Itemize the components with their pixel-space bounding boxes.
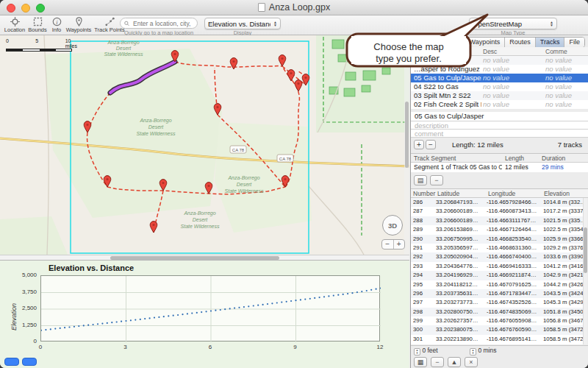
panel-tab[interactable]: File bbox=[564, 38, 584, 47]
track-comment-field[interactable]: comment bbox=[411, 130, 588, 138]
point-latitude: 33.202800750… bbox=[436, 308, 486, 316]
footer-icon-button[interactable]: × bbox=[465, 357, 478, 367]
point-longitude: -116.4668631360… bbox=[487, 244, 542, 252]
point-number: 287 bbox=[413, 207, 435, 216]
y-tick-label: 3,750 bbox=[22, 289, 37, 295]
track-comment: no value bbox=[545, 82, 588, 91]
zoom-in-button[interactable]: + bbox=[394, 240, 405, 249]
footer-icon-button[interactable]: − bbox=[431, 357, 444, 367]
point-row[interactable]: 298 33.202800750… -116.4674835069… 1051.… bbox=[411, 308, 583, 316]
point-row[interactable]: 289 33.206153869… -116.4667126464… 1022.… bbox=[411, 225, 583, 234]
chart-y-ticks: 5,0003,7502,5001,2500 bbox=[4, 272, 37, 344]
point-number: 299 bbox=[413, 316, 435, 325]
wilderness-label: State Wilderness bbox=[181, 224, 220, 229]
segment-column-header[interactable]: Track Segment bbox=[414, 155, 456, 162]
track-row[interactable]: 04 S22 to Gas no value no value bbox=[411, 82, 588, 91]
point-row[interactable]: 291 33.205356597… -116.4668631360… 1029.… bbox=[411, 244, 583, 252]
elevation-chart-plot-area[interactable] bbox=[40, 275, 380, 342]
point-row[interactable]: 286 33.206847193… -116.4657928466… 1014.… bbox=[411, 198, 583, 207]
bounds-button[interactable]: Bounds bbox=[26, 16, 49, 33]
point-row[interactable]: 287 33.206600189… -116.4660873413… 1017.… bbox=[411, 207, 583, 216]
elevation-chart-panel: Elevation vs. Distance Elevation 5,0003,… bbox=[0, 260, 409, 368]
point-latitude: 33.202380075… bbox=[436, 325, 486, 334]
segment-toolbar-button[interactable]: ▤ bbox=[414, 175, 427, 185]
feet-stepper[interactable]: ▲▼ bbox=[414, 348, 420, 355]
point-row[interactable]: 300 33.202380075… -116.4676760590… 1058.… bbox=[411, 325, 583, 334]
track-comment: no value bbox=[545, 65, 588, 74]
point-longitude: -116.4670791625… bbox=[487, 280, 542, 289]
point-row[interactable]: 295 33.204118212… -116.4670791625… 1044.… bbox=[411, 280, 583, 289]
chart-gridlines bbox=[41, 276, 381, 342]
points-footer-toolbar: ▦−▲× bbox=[414, 357, 478, 367]
point-elevation: 1017.2 m (3337… bbox=[543, 207, 583, 216]
bottom-left-button-1[interactable] bbox=[4, 358, 19, 366]
panel-tab[interactable]: Routes bbox=[505, 38, 536, 47]
mins-stepper[interactable]: ▲▼ bbox=[470, 348, 476, 355]
track-desc: no value bbox=[483, 82, 543, 91]
location-button[interactable]: Location bbox=[3, 16, 26, 33]
bottom-left-button-2[interactable] bbox=[22, 358, 37, 366]
point-elevation: 1029.2 m (3376… bbox=[543, 244, 583, 252]
popup-arrows-icon: ▲▼ bbox=[550, 21, 553, 26]
add-track-button[interactable]: + bbox=[414, 140, 424, 149]
search-input[interactable] bbox=[132, 19, 193, 28]
number-column-header[interactable]: Number bbox=[413, 190, 435, 197]
point-longitude: -116.4669211874… bbox=[487, 271, 542, 280]
point-row[interactable]: 301 33.202213890… -116.4676895141… 1058.… bbox=[411, 335, 583, 344]
point-row[interactable]: 294 33.204196929… -116.4669211874… 1042.… bbox=[411, 271, 583, 280]
map-3d-button[interactable]: 3D bbox=[382, 215, 403, 236]
remove-track-button[interactable]: − bbox=[426, 140, 436, 149]
zoom-out-button[interactable]: − bbox=[382, 240, 394, 249]
display-popup[interactable]: Elevation vs. Distance ▲▼ bbox=[204, 18, 281, 29]
wilderness-label: Anza-Borrego bbox=[139, 118, 171, 124]
track-summary-bar: + − Length: 12 miles 7 tracks bbox=[411, 139, 588, 151]
point-latitude: 33.204118212… bbox=[436, 280, 486, 289]
elevation-column-header[interactable]: Elevation bbox=[544, 190, 570, 197]
map-zoom-control: − + bbox=[381, 239, 405, 250]
y-tick-label: 5,000 bbox=[22, 272, 37, 278]
point-number: 286 bbox=[413, 198, 435, 207]
track-length-label: Length: 12 miles bbox=[452, 141, 503, 149]
map-search-field[interactable] bbox=[120, 18, 198, 29]
point-row[interactable]: 290 33.206750995… -116.4668253540… 1025.… bbox=[411, 235, 583, 244]
point-elevation: 1043.5 m (3424… bbox=[543, 289, 583, 298]
point-row[interactable]: 296 33.203735631… -116.4671783447… 1043.… bbox=[411, 289, 583, 298]
scale-ten: 10 miles bbox=[65, 38, 82, 49]
track-description-field[interactable]: description bbox=[411, 121, 588, 130]
point-longitude: -116.4668253540… bbox=[487, 235, 542, 244]
segment-row[interactable]: Segment 1 of Track 05 Gas to Culp/… 12 m… bbox=[411, 163, 588, 172]
info-icon: i bbox=[52, 17, 62, 26]
duration-column-header[interactable]: Duration bbox=[542, 155, 565, 162]
point-longitude: -116.4671783447… bbox=[487, 289, 542, 298]
point-row[interactable]: 288 33.206600189… -116.4663111767… 1021.… bbox=[411, 216, 583, 225]
footer-icon-button[interactable]: ▦ bbox=[414, 357, 427, 367]
info-button[interactable]: i Info bbox=[49, 16, 65, 33]
map-3d-label: 3D bbox=[388, 222, 397, 230]
length-column-header[interactable]: Length bbox=[505, 155, 524, 162]
point-row[interactable]: 292 33.205020904… -116.4666740400… 1033.… bbox=[411, 252, 583, 261]
latitude-column-header[interactable]: Latitude bbox=[437, 190, 459, 197]
track-row[interactable]: 02 Fish Creek 2 Spilt Mtn Rd. no value n… bbox=[411, 100, 588, 109]
point-longitude: -116.4667126464… bbox=[487, 225, 542, 234]
points-scrollbar[interactable] bbox=[583, 198, 587, 344]
footer-icon-button[interactable]: ▲ bbox=[448, 357, 461, 367]
point-row[interactable]: 297 33.203273773… -116.4674352526… 1045.… bbox=[411, 298, 583, 307]
panel-tab[interactable]: Tracks bbox=[536, 38, 565, 47]
comment-column-header[interactable]: Comme bbox=[545, 48, 567, 55]
map-horizontal-scrollbar[interactable] bbox=[0, 255, 409, 260]
point-row[interactable]: 299 33.202627357… -116.4676055908… 1056.… bbox=[411, 316, 583, 325]
track-row[interactable]: 03 Spilt Mtn 2 S22 no value no value bbox=[411, 91, 588, 100]
point-number: 300 bbox=[413, 325, 435, 334]
scale-zero: 0 bbox=[6, 38, 35, 49]
scale-five: 5 bbox=[35, 38, 65, 49]
bounds-icon bbox=[33, 17, 43, 26]
point-elevation: 1022.5 m (3354… bbox=[543, 225, 583, 234]
longitude-column-header[interactable]: Longitude bbox=[488, 190, 515, 197]
track-name-field[interactable]: 05 Gas to Culp/Jasper bbox=[411, 112, 588, 121]
segment-duration: 29 mins bbox=[542, 163, 586, 172]
point-longitude: -116.4663111767… bbox=[487, 216, 542, 225]
segment-toolbar-button[interactable]: − bbox=[430, 175, 443, 185]
waypoints-button[interactable]: Waypoints bbox=[65, 16, 93, 33]
point-row[interactable]: 293 33.204364776… -116.4669416333… 1041.… bbox=[411, 262, 583, 271]
point-latitude: 33.203735631… bbox=[436, 289, 486, 298]
